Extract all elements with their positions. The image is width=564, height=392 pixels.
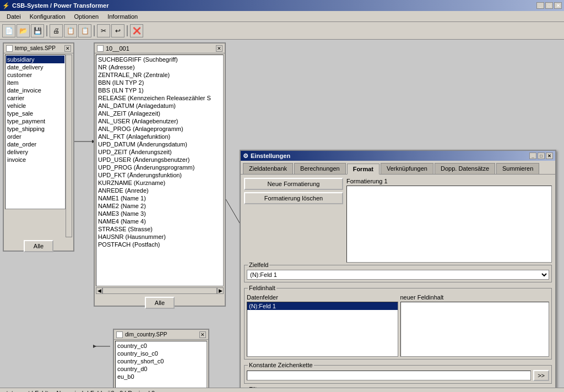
table-list-item[interactable]: UPD_PROG (Änderungsprogramm) [97, 164, 215, 171]
datenfelder-label: Datenfelder [247, 294, 398, 301]
toolbar-copy-button[interactable]: 📋 [64, 24, 77, 37]
table-list-item[interactable]: RELEASE (Kennzeichen Releasezähler S [97, 94, 215, 102]
spp-list-item[interactable]: customer [6, 71, 64, 79]
tab-berechnungen[interactable]: Berechnungen [294, 163, 346, 174]
table-list-item[interactable]: NAME2 (Name 2) [97, 202, 215, 210]
format-right-col: Formatierung 1 [346, 178, 552, 263]
datenfelder-list-item[interactable]: (N):Feld 1 [247, 302, 398, 310]
menu-information[interactable]: Information [103, 12, 142, 21]
table-list-item[interactable]: ANL_DATUM (Anlagedatum) [97, 102, 215, 110]
table-list-item[interactable]: ANL_PROG (Anlageprogramm) [97, 125, 215, 133]
country-list-item[interactable]: country_short_c0 [116, 357, 206, 365]
spp-scrollbar-v[interactable] [66, 55, 72, 237]
table-list-item[interactable]: BBS (ILN TYP 1) [97, 86, 215, 94]
format-layout: Neue Formatierung Formatierung löschen F… [244, 178, 552, 263]
scroll-left-btn[interactable]: ◀ [96, 287, 102, 294]
table-list-item[interactable]: UPD_USER (Änderungsbenutzer) [97, 156, 215, 164]
table-list-item[interactable]: HAUSNR (Hausnummer) [97, 233, 215, 241]
menu-datei[interactable]: Datei [2, 12, 25, 21]
toolbar-undo-button[interactable]: ↩ [111, 24, 124, 37]
country-list-item[interactable]: country_iso_c0 [116, 350, 206, 357]
table-list-item[interactable]: BBN (ILN TYP 2) [97, 79, 215, 86]
format-tab-content: Neue Formatierung Formatierung löschen F… [241, 175, 555, 392]
spp-list-item[interactable]: item [6, 79, 64, 86]
table-panel: 10__001 ✕ SUCHBEGRIFF (Suchbegriff)NR (A… [94, 42, 226, 307]
tab-zieldatenbank[interactable]: Zieldatenbank [243, 163, 293, 174]
toolbar-print-button[interactable]: 🖨 [50, 24, 63, 37]
close-button[interactable]: ✕ [554, 2, 562, 9]
table-list-item[interactable]: ANL_ZEIT (Anlagezeit) [97, 110, 215, 117]
menu-konfiguration[interactable]: Konfiguration [25, 12, 70, 21]
toolbar-save-button[interactable]: 💾 [31, 24, 44, 37]
toolbar-new-button[interactable]: 📄 [2, 24, 15, 37]
arrow-button[interactable]: >> [533, 370, 549, 381]
table-list-item[interactable]: ANREDE (Anrede) [97, 187, 215, 194]
table-list-item[interactable]: NR (Adresse) [97, 63, 215, 71]
tab-dopp-datensaetze[interactable]: Dopp. Datensätze [435, 163, 495, 174]
title-bar: ⚡ CSB-System / Power Transformer _ □ ✕ [0, 0, 564, 11]
scroll-right-btn[interactable]: ▶ [217, 287, 224, 294]
table-list-item[interactable]: UPD_DATUM (Änderungsdatum) [97, 140, 215, 148]
neuer-feldinhalt-list [400, 302, 550, 357]
spp-list-item[interactable]: subsidiary [6, 56, 64, 63]
dialog-close-button[interactable]: ✕ [546, 153, 553, 159]
table-list-item[interactable]: UPD_FKT (Änderungsfunktion) [97, 171, 215, 179]
table-alle-button[interactable]: Alle [145, 297, 175, 309]
spp-list-item[interactable]: delivery [6, 148, 64, 156]
formatierung-loeschen-button[interactable]: Formatierung löschen [244, 192, 343, 204]
toolbar-open-button[interactable]: 📂 [17, 24, 30, 37]
tab-verknuepfungen[interactable]: Verknüpfungen [381, 163, 433, 174]
spp-list-item[interactable]: date_delivery [6, 63, 64, 71]
feldinhalt-cols: Datenfelder (N):Feld 1 neuer Feldinhalt [247, 294, 549, 352]
spp-list-item[interactable]: date_invoice [6, 86, 64, 94]
table-list-item[interactable]: NAME1 (Name 1) [97, 194, 215, 202]
spp-list-item[interactable]: carrier [6, 94, 64, 102]
maximize-button[interactable]: □ [545, 2, 553, 9]
table-list-item[interactable]: STRASSE (Strasse) [97, 225, 215, 233]
konstante-group: Konstante Zeichenkette >> [244, 365, 552, 384]
country-list-item[interactable]: country_c0 [116, 342, 206, 350]
table-list-item[interactable]: SUCHBEGRIFF (Suchbegriff) [97, 56, 215, 63]
table-list-item[interactable]: POSTFACH (Postfach) [97, 241, 215, 248]
country-title: dim_country.SPP [125, 331, 167, 337]
toolbar-sep-2 [94, 25, 95, 36]
toolbar-cut-button[interactable]: ✂ [97, 24, 110, 37]
tab-format[interactable]: Format [347, 164, 379, 175]
table-list-item[interactable]: ANL_USER (Anlagebenutzer) [97, 117, 215, 125]
tab-summieren[interactable]: Summieren [496, 163, 539, 174]
toolbar-sep-3 [127, 25, 128, 36]
neue-formatierung-button[interactable]: Neue Formatierung [244, 178, 343, 190]
table-list-item[interactable]: NAME3 (Name 3) [97, 210, 215, 217]
spp-list-item[interactable]: vehicle [6, 102, 64, 110]
dialog-minimize-button[interactable]: _ [529, 153, 536, 159]
country-list-item[interactable]: country_d0 [116, 365, 206, 373]
spp-list-item[interactable]: type_sale [6, 110, 64, 117]
zielfeld-select[interactable]: (N):Feld 1 [247, 270, 549, 280]
spp-list-item[interactable]: type_shipping [6, 125, 64, 133]
country-list-item[interactable]: eu_b0 [116, 373, 206, 380]
minimize-button[interactable]: _ [536, 2, 544, 9]
spp-list-item[interactable]: date_order [6, 140, 64, 148]
dialog-maximize-button[interactable]: □ [538, 153, 545, 159]
spp-list-item[interactable]: invoice [6, 156, 64, 164]
spp-alle-button[interactable]: Alle [24, 240, 53, 252]
dialog-icon: ⚙ [243, 153, 248, 160]
spp-list-item[interactable]: order [6, 133, 64, 140]
table-close-button[interactable]: ✕ [216, 45, 223, 52]
table-list-item[interactable]: ANL_FKT (Anlagefunktion) [97, 133, 215, 140]
table-list-item[interactable]: ZENTRALE_NR (Zentrale) [97, 71, 215, 79]
toolbar-paste-button[interactable]: 📋 [78, 24, 91, 37]
spp-close-button[interactable]: ✕ [64, 45, 71, 52]
spp-list-item[interactable]: type_payment [6, 117, 64, 125]
menu-optionen[interactable]: Optionen [70, 12, 104, 21]
konstante-input[interactable] [247, 371, 531, 380]
toolbar-stop-button[interactable]: ❌ [130, 24, 143, 37]
country-close-button[interactable]: ✕ [199, 331, 206, 338]
table-list-item[interactable]: NAME4 (Name 4) [97, 217, 215, 225]
dialog-title-buttons: _ □ ✕ [529, 153, 553, 159]
table-list-item[interactable]: UPD_ZEIT (Änderungszeit) [97, 148, 215, 156]
country-icon [116, 331, 123, 338]
table-scrollbar-h[interactable] [102, 287, 217, 294]
feldinhalt-group-label: Feldinhalt [248, 285, 276, 291]
table-list-item[interactable]: KURZNAME (Kurzname) [97, 179, 215, 187]
